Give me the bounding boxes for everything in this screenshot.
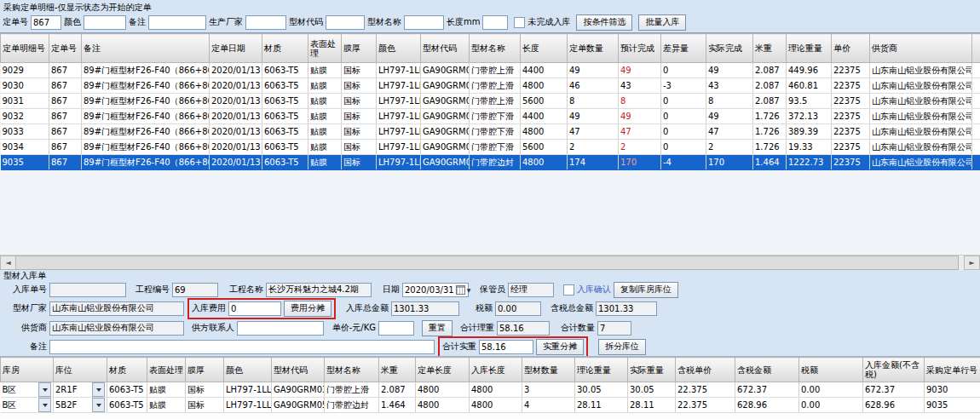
column-header[interactable]: 材质 [262,34,308,63]
cell: 6063-T5 [262,140,308,155]
scroll-right-icon[interactable]: ► [964,255,980,270]
cell: GA90GRM04 [421,124,470,140]
column-header[interactable]: 预计完成 [619,34,661,63]
cell: 2 [568,140,619,155]
column-header[interactable]: 颜色 [224,358,272,382]
filter-by-condition-button[interactable]: 按条件筛选 [576,14,632,31]
column-header[interactable]: 型材代码 [272,358,325,382]
column-header[interactable]: 定单数量 [568,34,619,63]
dropdown-arrow-icon[interactable] [92,382,105,397]
order-row[interactable]: 903386789#门框型材F26-F40（866+867）2020/01/13… [1,124,980,140]
dropdown-arrow-icon[interactable] [92,398,105,412]
horizontal-scrollbar[interactable]: ◄ ► [0,255,980,270]
column-header[interactable]: 膜厚 [186,358,224,382]
column-header[interactable]: 备注 [82,34,210,63]
column-header[interactable]: 米重 [753,34,787,63]
column-header[interactable]: 入库金额(不含税) [863,358,925,382]
cell: 国标 [342,155,377,170]
column-header[interactable]: 型材名称 [325,358,379,382]
total-with-tax-field[interactable] [596,301,657,316]
cell: 2 [619,140,661,155]
column-header[interactable]: 供货商 [870,34,972,63]
column-header[interactable]: 采购定单行号 [925,358,980,382]
column-header[interactable]: 型材名称 [470,34,521,63]
column-header[interactable]: 税额 [799,358,863,382]
supplier-field[interactable] [49,321,184,336]
date-dropdown-arrow-icon[interactable]: ▼ [467,287,471,293]
cell: 5B2F [54,398,107,413]
column-header[interactable]: 材质 [107,358,147,382]
column-header[interactable]: 米重 [379,358,416,382]
scroll-left-icon[interactable]: ◄ [0,255,16,270]
dropdown-arrow-icon[interactable] [38,382,51,397]
cell: 22375 [832,63,870,78]
total-amount-field[interactable] [391,301,459,316]
column-header[interactable]: 单价 [832,34,870,63]
column-header[interactable]: 库位 [54,358,107,382]
date-picker[interactable]: 2020/03/31 ▼ [402,283,469,297]
column-header[interactable]: 颜色 [377,34,421,63]
manufacturer-input[interactable] [245,15,286,30]
scrollbar-thumb[interactable] [16,255,959,270]
batch-inbound-button[interactable]: 批量入库 [638,14,686,31]
column-header[interactable]: 膜厚 [342,34,377,63]
column-header[interactable]: 定单日期 [210,34,262,63]
unit-price-input[interactable] [378,321,414,336]
order-no-input[interactable] [31,15,61,30]
inbound-confirm-checkbox[interactable] [563,284,574,296]
order-row[interactable]: 903586789#门框型材F26-F40（866+867）2020/01/13… [1,155,980,170]
column-header[interactable]: 定单号 [49,34,82,63]
order-row[interactable]: 903286789#门框型材F26-F40（866+867）2020/01/13… [1,109,980,124]
inbound-no-field[interactable] [49,283,126,297]
remark-input[interactable] [148,15,206,30]
tax-field[interactable] [495,301,541,316]
inbound-row[interactable]: B区5B2F6063-T5贴膜国标LH797-1LL0GA90GRM05门带腔边… [1,398,980,413]
order-row[interactable]: 903186789#门框型材F26-F40（866+867）2020/01/13… [1,94,980,109]
column-header[interactable]: 长度 [521,34,568,63]
column-header[interactable]: 库房 [1,358,54,382]
inbound-row[interactable]: B区2R1F6063-T5贴膜国标LH797-1LL0GA90GRM03门带腔上… [1,382,980,398]
length-input[interactable] [482,15,508,30]
column-header[interactable]: 理论重量 [575,358,628,382]
cell: 49 [619,63,661,78]
project-no-field[interactable] [172,283,218,297]
column-header[interactable]: 实际重量 [628,358,676,382]
column-header[interactable]: 理论重量 [787,34,832,63]
length-label: 长度mm [447,16,480,28]
column-header[interactable]: 表面处理 [308,34,342,63]
order-row[interactable]: 903486789#门框型材F26-F40（866+867）2020/01/13… [1,140,980,155]
profile-name-input[interactable] [404,15,444,30]
copy-warehouse-location-button[interactable]: 复制库房库位 [614,282,678,298]
column-header[interactable]: 入库长度 [470,358,522,382]
order-row[interactable]: 902986789#门框型材F26-F40（866+867）2020/01/13… [1,63,980,78]
column-header[interactable]: 含税金额 [735,358,799,382]
profile-code-input[interactable] [326,15,365,30]
fee-share-button[interactable]: 费用分摊 [284,301,331,317]
factory-field[interactable] [49,301,184,316]
column-header[interactable] [972,34,980,63]
column-header[interactable]: 实际完成 [706,34,753,63]
keeper-field[interactable] [508,283,554,297]
column-header[interactable]: 型材数量 [522,358,575,382]
unfinished-checkbox[interactable] [514,17,525,28]
color-input[interactable] [84,15,126,30]
total-qty-field[interactable] [597,321,631,336]
column-header[interactable]: 型材代码 [421,34,470,63]
actual-weight-input[interactable] [479,340,533,354]
column-header[interactable]: 差异量 [661,34,706,63]
dropdown-arrow-icon[interactable] [38,398,51,412]
contact-input[interactable] [237,321,324,336]
split-location-button[interactable]: 拆分库位 [598,339,646,355]
project-name-field[interactable] [266,283,372,297]
fee-input[interactable] [228,301,281,316]
column-header[interactable]: 表面处理 [147,358,186,382]
column-header[interactable]: 含税单价 [676,358,735,382]
theory-weight-field[interactable] [497,321,550,336]
note-input[interactable] [49,340,435,354]
column-header[interactable]: 定单长度 [416,358,470,382]
reset-button[interactable]: 重置 [422,320,453,336]
order-row[interactable]: 903086789#门框型材F26-F40（866+867）2020/01/13… [1,78,980,94]
column-header[interactable]: 定单明细号 [1,34,49,63]
actual-weight-share-button[interactable]: 实重分摊 [536,339,584,355]
cell: 2020/01/13 [210,155,262,170]
